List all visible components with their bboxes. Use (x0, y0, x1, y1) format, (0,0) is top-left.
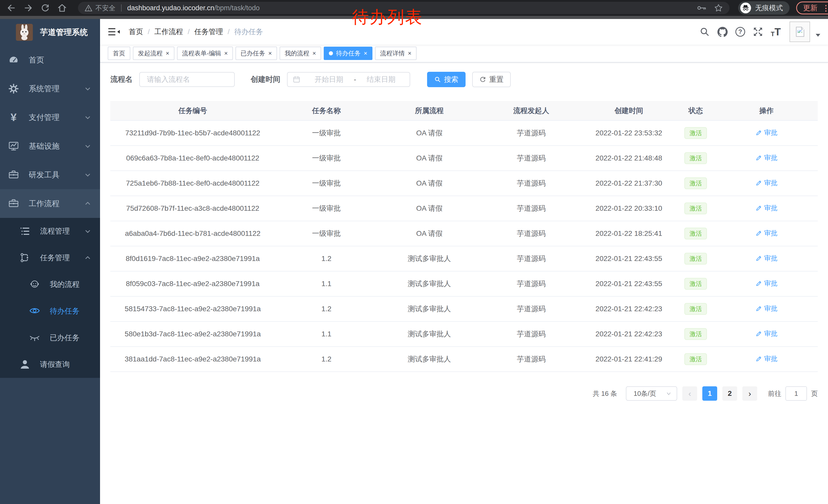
forward-icon[interactable] (24, 3, 33, 12)
close-icon[interactable]: × (166, 50, 169, 56)
sidebar-item-system[interactable]: 系统管理 (0, 74, 100, 103)
breadcrumb-workflow[interactable]: 工作流程 (155, 27, 183, 37)
sidebar-item-process-management[interactable]: 流程管理 (0, 218, 100, 244)
approve-link[interactable]: 审批 (755, 329, 778, 338)
sidebar-item-my-process[interactable]: 我的流程 (0, 271, 100, 298)
tag-done-tasks[interactable]: 已办任务× (236, 47, 277, 60)
breadcrumb: 首页 / 工作流程 / 任务管理 / 待办任务 (129, 27, 263, 37)
status-badge: 激活 (685, 202, 707, 214)
avatar-caret-icon[interactable] (816, 34, 820, 37)
eye-icon (29, 305, 41, 317)
app-title: 芋道管理系统 (40, 27, 88, 38)
tag-my-process[interactable]: 我的流程× (280, 47, 321, 60)
filter-form: 流程名 创建时间 开始日期 - 结束日期 搜索 重置 (110, 72, 818, 87)
create-time-label: 创建时间 (251, 74, 280, 85)
tag-todo-tasks[interactable]: 待办任务× (324, 47, 372, 60)
approve-link[interactable]: 审批 (755, 178, 778, 187)
page-button-1[interactable]: 1 (702, 386, 717, 401)
calendar-icon (293, 76, 300, 83)
table-row: a6aba0a4-7b6d-11ec-b781-acde48001122 一级审… (110, 221, 818, 246)
password-key-icon[interactable] (697, 4, 706, 12)
reload-icon[interactable] (41, 3, 50, 12)
sidebar-item-infrastructure[interactable]: 基础设施 (0, 132, 100, 161)
close-icon[interactable]: × (408, 50, 411, 56)
help-icon[interactable]: ? (735, 27, 745, 37)
start-date-placeholder[interactable]: 开始日期 (305, 75, 352, 84)
sidebar-item-dev-tools[interactable]: 研发工具 (0, 161, 100, 189)
prev-page-button[interactable]: ‹ (682, 386, 697, 401)
incognito-badge: 无痕模式 (738, 1, 790, 15)
approve-link[interactable]: 审批 (755, 128, 778, 137)
back-icon[interactable] (7, 3, 16, 12)
goto-page-input[interactable] (785, 386, 807, 401)
sidebar-item-payment[interactable]: ¥ 支付管理 (0, 103, 100, 132)
url-host: dashboard.yudao.iocoder.cn (127, 4, 214, 12)
chevron-down-icon (84, 142, 91, 150)
chevron-down-icon (665, 390, 672, 397)
logo-row[interactable]: 芋道管理系统 (0, 19, 100, 46)
logo-image (16, 24, 33, 41)
divider (121, 4, 122, 11)
sidebar-item-done-tasks[interactable]: 已办任务 (0, 325, 100, 351)
sidebar-item-home[interactable]: 首页 (0, 46, 100, 74)
yen-icon: ¥ (8, 111, 19, 123)
goto-label: 前往 (768, 389, 781, 398)
status-badge: 激活 (685, 152, 707, 164)
page-size-select[interactable]: 10条/页 (626, 386, 677, 401)
sidebar-item-task-management[interactable]: 任务管理 (0, 244, 100, 271)
fullscreen-icon[interactable] (753, 27, 763, 37)
closed-eye-icon (29, 332, 41, 344)
approve-link[interactable]: 审批 (755, 279, 778, 288)
list-icon (19, 225, 31, 237)
close-icon[interactable]: × (268, 50, 272, 56)
search-icon[interactable] (700, 27, 710, 37)
browser-menu-icon[interactable]: ⋮ (822, 4, 828, 12)
sidebar-item-todo-tasks[interactable]: 待办任务 (0, 298, 100, 325)
date-range-picker[interactable]: 开始日期 - 结束日期 (287, 72, 410, 87)
status-badge: 激活 (685, 127, 707, 139)
reset-button[interactable]: 重置 (472, 72, 511, 87)
status-badge: 激活 (685, 228, 707, 239)
avatar[interactable] (790, 21, 810, 42)
page-button-2[interactable]: 2 (722, 386, 737, 401)
next-page-button[interactable]: › (742, 386, 757, 401)
approve-link[interactable]: 审批 (755, 203, 778, 213)
sidebar-item-leave-query[interactable]: 请假查询 (0, 351, 100, 378)
security-label[interactable]: 不安全 (95, 4, 115, 12)
process-name-input[interactable] (139, 72, 235, 87)
approve-link[interactable]: 审批 (755, 153, 778, 162)
approve-link[interactable]: 审批 (755, 229, 778, 238)
table-row: 725a1eb6-7b88-11ec-8ef0-acde48001122 一级审… (110, 171, 818, 196)
hamburger-icon[interactable] (108, 28, 120, 36)
sidebar-item-workflow[interactable]: 工作流程 (0, 189, 100, 218)
chevron-up-icon (84, 200, 91, 207)
close-icon[interactable]: × (364, 50, 367, 56)
breadcrumb-task-management[interactable]: 任务管理 (195, 27, 223, 37)
incognito-icon (740, 3, 751, 13)
close-icon[interactable]: × (224, 50, 228, 56)
approve-link[interactable]: 审批 (755, 354, 778, 363)
bookmark-star-icon[interactable] (714, 4, 723, 12)
tag-start-process[interactable]: 发起流程× (133, 47, 174, 60)
briefcase-icon (8, 198, 19, 210)
chrome-update-button[interactable]: 更新 ⋮ (796, 2, 828, 14)
status-badge: 激活 (685, 253, 707, 265)
end-date-placeholder[interactable]: 结束日期 (358, 75, 405, 84)
table-row: 8f059c03-7ac8-11ec-a9e2-a2380e71991a 1.1… (110, 271, 818, 296)
status-badge: 激活 (685, 303, 707, 315)
approve-link[interactable]: 审批 (755, 254, 778, 263)
tag-home[interactable]: 首页 (108, 47, 130, 60)
approve-link[interactable]: 审批 (755, 304, 778, 313)
github-icon[interactable] (717, 27, 728, 37)
font-size-icon[interactable]: TT (771, 26, 781, 38)
close-icon[interactable]: × (313, 50, 316, 56)
sidebar-empty-area (0, 378, 100, 504)
tag-process-detail[interactable]: 流程详情× (375, 47, 417, 60)
home-icon[interactable] (57, 3, 67, 12)
face-icon (29, 279, 41, 290)
tag-form-edit[interactable]: 流程表单-编辑× (177, 47, 233, 60)
col-status: 状态 (676, 101, 715, 121)
search-button[interactable]: 搜索 (427, 72, 465, 87)
breadcrumb-home[interactable]: 首页 (129, 27, 143, 37)
tags-view: 首页 发起流程× 流程表单-编辑× 已办任务× 我的流程× 待办任务× 流程详情… (100, 45, 828, 62)
